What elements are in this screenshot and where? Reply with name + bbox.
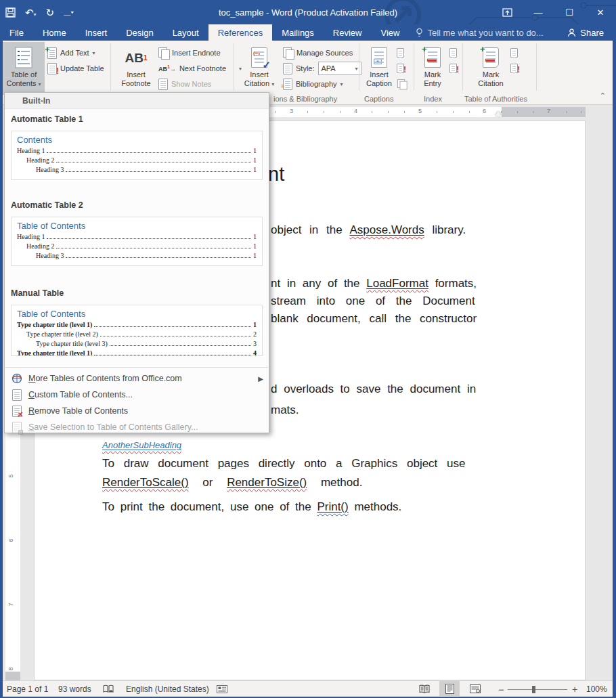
update-index-icon: ! — [449, 64, 457, 73]
menu-item-custom-table-of-contents[interactable]: Custom Table of Contents... — [5, 387, 269, 403]
gallery-item-automatic-table-1[interactable]: Contents Heading 11Heading 21Heading 31 — [11, 131, 263, 180]
tab-design[interactable]: Design — [116, 24, 162, 41]
zoom-out-button[interactable]: − — [498, 681, 504, 697]
insert-endnote-icon — [158, 47, 169, 58]
next-footnote-icon: AB1→ — [158, 64, 176, 72]
keyboard-layout-icon[interactable] — [217, 681, 227, 697]
tab-home[interactable]: Home — [33, 24, 76, 41]
share-button[interactable]: Share — [559, 24, 612, 41]
read-mode-button[interactable] — [414, 681, 435, 696]
tab-references[interactable]: References — [208, 24, 272, 41]
lightbulb-icon — [416, 28, 423, 37]
proofing-errors-icon[interactable] — [103, 681, 114, 697]
mark-entry-button[interactable]: +▬ Mark Entry — [417, 42, 448, 95]
next-footnote-button[interactable]: AB1→ Next Footnote▾ — [158, 62, 242, 75]
document-text-line: object in the Aspose.Words library. — [271, 223, 466, 237]
insert-caption-button[interactable]: Insert Caption — [363, 42, 395, 95]
builtin-gallery-header: Built-In — [5, 93, 269, 109]
show-notes-button[interactable]: Show Notes — [158, 77, 211, 91]
manage-sources-button[interactable]: Manage Sources — [283, 46, 353, 60]
document-text-line: To draw document pages directly onto a G… — [102, 457, 465, 471]
maximize-button[interactable]: ☐ — [554, 0, 585, 24]
tab-mailings[interactable]: Mailings — [272, 24, 324, 41]
ruler-number: 7 — [547, 108, 550, 114]
table-of-contents-button[interactable]: Table of Contents ▾ — [3, 42, 45, 95]
web-layout-button[interactable] — [465, 681, 485, 696]
tab-layout[interactable]: Layout — [163, 24, 208, 41]
right-indent-marker[interactable] — [495, 111, 502, 116]
update-index-button[interactable]: ! — [449, 62, 457, 75]
update-authorities-table-icon: ! — [510, 64, 518, 73]
toc-preview-rows: Heading 11Heading 21Heading 31 — [17, 147, 257, 173]
insert-citation-label-2: Citation ▾ — [244, 79, 274, 89]
page-indicator[interactable]: Page 1 of 1 — [7, 681, 48, 697]
mark-citation-icon: +▬ — [483, 45, 499, 70]
ribbon-display-options-icon[interactable] — [491, 0, 523, 24]
insert-footnote-button[interactable]: AB1 Insert Footnote — [116, 42, 156, 95]
menu-item-remove-table-of-contents[interactable]: ✕ Remove Table of Contents — [5, 403, 269, 419]
zoom-percentage[interactable]: 100% — [586, 681, 607, 697]
document-text-line: RenderToScale() or RenderToSize() method… — [102, 476, 362, 489]
table-of-contents-dropdown: Built-In Automatic Table 1 Contents Head… — [4, 92, 269, 433]
document-text-line: To print the document, use one of the Pr… — [102, 500, 401, 514]
update-table-button[interactable]: ! Update Table — [47, 62, 104, 75]
close-button[interactable]: ✕ — [585, 0, 616, 24]
tab-insert[interactable]: Insert — [76, 24, 117, 41]
update-table-icon: ! — [47, 63, 57, 74]
insert-index-button[interactable] — [449, 46, 457, 60]
tab-view[interactable]: View — [371, 24, 409, 41]
ruler-number: 6 — [7, 538, 14, 542]
collapse-ribbon-icon[interactable]: ⌃ — [600, 91, 606, 100]
insert-caption-icon — [371, 45, 387, 70]
bibliography-button[interactable]: ≡ Bibliography▾ — [283, 77, 343, 91]
document-text-line: d overloads to save the document in — [271, 383, 476, 396]
gallery-label-automatic-table-2: Automatic Table 2 — [11, 200, 263, 210]
zoom-in-button[interactable]: + — [572, 681, 577, 697]
gallery-item-manual-table[interactable]: Table of Contents Type chapter title (le… — [11, 305, 263, 356]
table-of-contents-icon — [15, 45, 32, 70]
tab-review[interactable]: Review — [324, 24, 372, 41]
submenu-arrow-icon: ▶ — [258, 375, 263, 383]
group-label-table-of-authorities: Table of Authorities — [464, 95, 527, 103]
toc-preview-title: Table of Contents — [17, 221, 257, 231]
minimize-button[interactable]: — — [523, 0, 554, 24]
zoom-slider-thumb[interactable] — [532, 686, 535, 693]
ruler-number: 5 — [7, 474, 14, 477]
insert-citation-icon: (−)✓ — [251, 45, 267, 70]
group-label-captions: Captions — [364, 95, 393, 103]
tab-file[interactable]: File — [0, 24, 33, 41]
language-indicator[interactable]: English (United States) — [126, 681, 209, 697]
menu-item-save-selection-to-gallery[interactable]: Save Selection to Table of Contents Gall… — [5, 419, 269, 435]
tell-me-box[interactable]: Tell me what you want to do... — [409, 24, 550, 41]
ruler-number: 3 — [290, 108, 293, 114]
bibliography-icon: ≡ — [283, 79, 292, 90]
ruler-number: 7 — [7, 603, 14, 606]
word-count[interactable]: 93 words — [58, 681, 91, 697]
insert-endnote-button[interactable]: Insert Endnote — [158, 46, 221, 60]
group-label-citations: ions & Bibliography — [273, 95, 337, 103]
print-layout-button[interactable] — [439, 681, 460, 696]
cross-reference-button[interactable] — [397, 77, 407, 91]
ruler-number: 5 — [418, 108, 422, 114]
menu-item-more-tables-from-office[interactable]: More Tables of Contents from Office.com … — [5, 370, 269, 387]
insert-table-of-authorities-button[interactable] — [510, 46, 518, 60]
toc-preview-title: Table of Contents — [17, 309, 257, 319]
group-label-index: Index — [424, 95, 442, 103]
save-gallery-icon — [11, 422, 22, 433]
custom-toc-icon — [11, 389, 22, 401]
style-select[interactable]: APA▾ — [318, 62, 361, 75]
zoom-slider[interactable] — [508, 681, 567, 697]
add-text-icon: + — [47, 47, 57, 59]
update-figures-table-button[interactable]: ! — [397, 62, 404, 75]
toc-button-label-2: Contents ▾ — [6, 79, 41, 89]
gallery-item-automatic-table-2[interactable]: Table of Contents Heading 11Heading 21He… — [11, 217, 263, 266]
style-icon — [283, 63, 292, 74]
update-authorities-table-button[interactable]: ! — [510, 62, 518, 75]
mark-citation-button[interactable]: +▬ Mark Citation — [472, 42, 509, 95]
insert-table-of-figures-button[interactable] — [397, 46, 404, 60]
document-text-line: blank document, call the constructor — [271, 312, 477, 326]
insert-citation-button[interactable]: (−)✓ Insert Citation ▾ — [240, 42, 279, 95]
document-text-line: nt in any of the LoadFormat formats, — [271, 277, 477, 290]
add-text-button[interactable]: + Add Text▾ — [47, 46, 95, 60]
document-subheading: AnotherSubHeading — [102, 440, 181, 450]
